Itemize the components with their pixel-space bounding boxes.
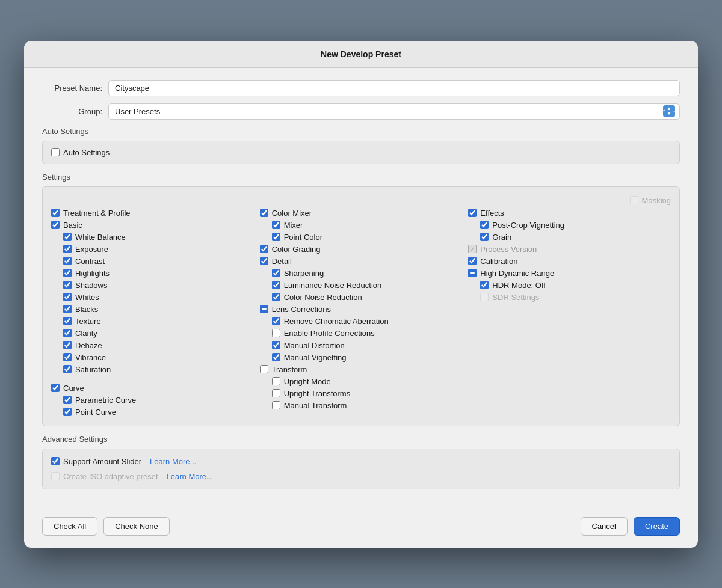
vibrance-label[interactable]: Vibrance (75, 353, 106, 362)
post-crop-vignetting-checkbox[interactable] (480, 221, 489, 229)
create-iso-checkbox[interactable] (51, 472, 60, 480)
cancel-button[interactable]: Cancel (581, 517, 628, 536)
exposure-checkbox[interactable] (63, 245, 72, 253)
mixer-checkbox[interactable] (272, 221, 280, 229)
parametric-curve-checkbox[interactable] (63, 396, 72, 404)
whites-label[interactable]: Whites (75, 293, 99, 302)
group-row: Group: User Presets ▲ ▼ (42, 103, 680, 120)
point-color-checkbox[interactable] (272, 233, 280, 241)
manual-vignetting-label[interactable]: Manual Vignetting (284, 353, 347, 362)
remove-chromatic-label[interactable]: Remove Chromatic Aberration (284, 317, 389, 326)
lens-corrections-indeterminate[interactable] (260, 305, 268, 313)
color-grading-checkbox[interactable] (260, 245, 268, 253)
texture-label[interactable]: Texture (75, 317, 101, 326)
learn-more-1-link[interactable]: Learn More... (150, 457, 196, 466)
high-dynamic-range-label[interactable]: High Dynamic Range (480, 269, 554, 278)
masking-label: Masking (642, 196, 671, 205)
curve-label[interactable]: Curve (63, 384, 84, 393)
blacks-label[interactable]: Blacks (75, 305, 98, 314)
detail-label[interactable]: Detail (272, 257, 292, 266)
luminance-noise-label[interactable]: Luminance Noise Reduction (284, 281, 382, 290)
grain-checkbox[interactable] (480, 233, 489, 241)
upright-mode-checkbox[interactable] (272, 377, 280, 385)
blacks-checkbox[interactable] (63, 305, 72, 313)
clarity-checkbox[interactable] (63, 329, 72, 337)
learn-more-2-link[interactable]: Learn More... (167, 472, 213, 481)
upright-transforms-label[interactable]: Upright Transforms (284, 389, 351, 398)
hdr-mode-checkbox[interactable] (480, 281, 489, 289)
hdr-indeterminate[interactable] (468, 269, 477, 277)
auto-settings-label[interactable]: Auto Settings (63, 148, 110, 157)
treatment-profile-label[interactable]: Treatment & Profile (63, 209, 131, 218)
color-noise-checkbox[interactable] (272, 293, 280, 301)
shadows-checkbox[interactable] (63, 281, 72, 289)
color-mixer-label[interactable]: Color Mixer (272, 209, 312, 218)
preset-name-input[interactable] (108, 80, 680, 96)
grain-label[interactable]: Grain (492, 233, 511, 242)
calibration-label[interactable]: Calibration (480, 257, 517, 266)
shadows-label[interactable]: Shadows (75, 281, 107, 290)
texture-checkbox[interactable] (63, 317, 72, 325)
hdr-mode-label[interactable]: HDR Mode: Off (492, 281, 546, 290)
color-grading-label[interactable]: Color Grading (272, 245, 321, 254)
mixer-label[interactable]: Mixer (284, 221, 303, 230)
manual-distortion-label[interactable]: Manual Distortion (284, 341, 345, 350)
luminance-noise-checkbox[interactable] (272, 281, 280, 289)
enable-profile-label[interactable]: Enable Profile Corrections (284, 329, 375, 338)
transform-checkbox[interactable] (260, 365, 268, 373)
exposure-label[interactable]: Exposure (75, 245, 108, 254)
manual-transform-checkbox[interactable] (272, 401, 280, 409)
enable-profile-checkbox[interactable] (272, 329, 280, 337)
post-crop-vignetting-label[interactable]: Post-Crop Vignetting (492, 221, 564, 230)
sdr-settings-checkbox[interactable] (480, 293, 489, 301)
basic-label[interactable]: Basic (63, 221, 82, 230)
point-curve-checkbox[interactable] (63, 408, 72, 416)
parametric-curve-label[interactable]: Parametric Curve (75, 396, 136, 405)
white-balance-label[interactable]: White Balance (75, 233, 126, 242)
vibrance-checkbox[interactable] (63, 353, 72, 361)
lens-corrections-label[interactable]: Lens Corrections (272, 305, 331, 314)
check-all-button[interactable]: Check All (42, 517, 97, 536)
color-mixer-checkbox[interactable] (260, 209, 268, 217)
create-button[interactable]: Create (634, 517, 680, 536)
point-curve-label[interactable]: Point Curve (75, 408, 116, 417)
contrast-label[interactable]: Contrast (75, 257, 105, 266)
support-amount-slider-checkbox[interactable] (51, 457, 60, 465)
color-noise-label[interactable]: Color Noise Reduction (284, 293, 362, 302)
remove-chromatic-checkbox[interactable] (272, 317, 280, 325)
upright-transforms-checkbox[interactable] (272, 389, 280, 397)
manual-vignetting-row: Manual Vignetting (260, 352, 463, 363)
dehaze-checkbox[interactable] (63, 341, 72, 349)
manual-vignetting-checkbox[interactable] (272, 353, 280, 361)
upright-mode-label[interactable]: Upright Mode (284, 377, 331, 386)
highlights-checkbox[interactable] (63, 269, 72, 277)
dehaze-label[interactable]: Dehaze (75, 341, 102, 350)
sharpening-label[interactable]: Sharpening (284, 269, 324, 278)
masking-checkbox[interactable] (630, 196, 638, 204)
white-balance-checkbox[interactable] (63, 233, 72, 241)
point-color-label[interactable]: Point Color (284, 233, 322, 242)
calibration-checkbox[interactable] (468, 257, 477, 265)
contrast-checkbox[interactable] (63, 257, 72, 265)
check-none-button[interactable]: Check None (103, 517, 170, 536)
effects-label[interactable]: Effects (480, 209, 504, 218)
transform-label[interactable]: Transform (272, 365, 307, 374)
support-amount-slider-label[interactable]: Support Amount Slider (63, 457, 141, 466)
whites-checkbox[interactable] (63, 293, 72, 301)
auto-settings-checkbox[interactable] (51, 148, 60, 156)
treatment-profile-checkbox[interactable] (51, 209, 60, 217)
curve-checkbox[interactable] (51, 384, 60, 392)
saturation-checkbox[interactable] (63, 365, 72, 373)
group-select[interactable]: User Presets (108, 103, 680, 120)
saturation-label[interactable]: Saturation (75, 365, 111, 374)
manual-transform-label[interactable]: Manual Transform (284, 401, 347, 410)
group-select-wrapper: User Presets ▲ ▼ (108, 103, 680, 120)
group-label: Group: (42, 107, 102, 116)
clarity-label[interactable]: Clarity (75, 329, 97, 338)
basic-checkbox[interactable] (51, 221, 60, 229)
effects-checkbox[interactable] (468, 209, 477, 217)
sharpening-checkbox[interactable] (272, 269, 280, 277)
manual-distortion-checkbox[interactable] (272, 341, 280, 349)
detail-checkbox[interactable] (260, 257, 268, 265)
highlights-label[interactable]: Highlights (75, 269, 110, 278)
